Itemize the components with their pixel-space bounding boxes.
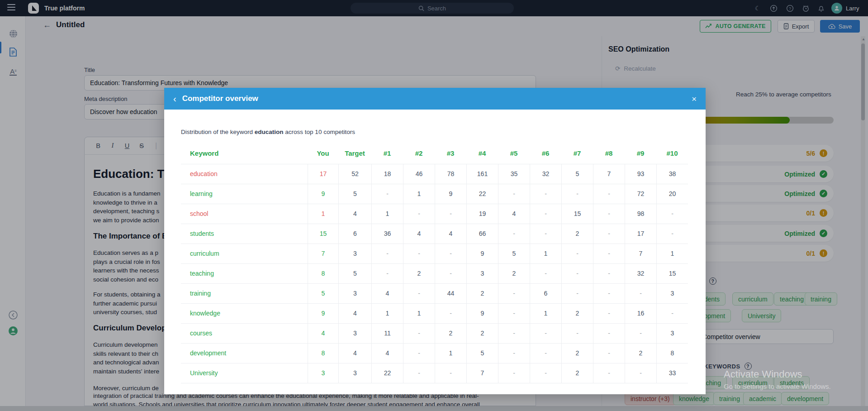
you-cell: 15 (308, 224, 338, 244)
column-header: #8 (593, 143, 625, 164)
you-cell: 7 (308, 244, 338, 263)
column-header: Keyword (181, 143, 308, 164)
table-row[interactable]: education17521846781613532579338 (181, 164, 688, 184)
keyword-cell: knowledge (181, 304, 308, 323)
competitor-cell: - (593, 224, 625, 244)
competitor-cell: 15 (561, 204, 593, 224)
competitor-cell: 1 (530, 244, 561, 263)
competitor-cell: 1 (656, 244, 688, 263)
modal-back-chevron-icon[interactable]: ‹ (173, 94, 176, 103)
you-cell: 17 (308, 164, 338, 184)
competitor-cell: 11 (371, 324, 403, 343)
keyword-cell: teaching (181, 264, 308, 283)
you-cell: 9 (308, 304, 338, 323)
competitor-cell: - (593, 324, 625, 343)
target-cell: 4 (338, 304, 371, 323)
column-header: #5 (498, 143, 530, 164)
competitor-cell: 9 (466, 244, 498, 263)
competitor-cell: - (530, 344, 561, 363)
competitor-cell: 1 (403, 304, 435, 323)
competitor-cell: - (593, 304, 625, 323)
keyword-cell: learning (181, 184, 308, 204)
competitor-cell: 20 (656, 184, 688, 204)
competitor-cell: 19 (466, 204, 498, 224)
column-header: #3 (435, 143, 466, 164)
competitor-cell: - (435, 204, 466, 224)
column-header: #2 (403, 143, 435, 164)
competitor-cell: - (498, 363, 530, 383)
keyword-cell: development (181, 344, 308, 363)
competitor-cell: - (403, 204, 435, 224)
you-cell: 1 (308, 204, 338, 224)
competitor-cell: - (498, 324, 530, 343)
competitor-cell: 18 (371, 164, 403, 184)
competitor-cell: 2 (466, 284, 498, 303)
competitor-cell: - (371, 264, 403, 283)
competitor-cell: - (593, 284, 625, 303)
column-header: #6 (530, 143, 561, 164)
table-row[interactable]: training534-442-6---3 (181, 283, 688, 303)
table-header-row: KeywordYouTarget#1#2#3#4#5#6#7#8#9#10 (181, 143, 688, 164)
competitor-cell: 7 (466, 363, 498, 383)
competitor-cell: 4 (371, 284, 403, 303)
competitor-cell: 9 (466, 304, 498, 323)
table-row[interactable]: knowledge9411-9-12-16- (181, 303, 688, 323)
competitor-cell: 5 (561, 164, 593, 184)
competitor-cell: - (561, 284, 593, 303)
activate-windows-subtext: Go to Settings to activate Windows. (724, 382, 831, 390)
competitor-cell: - (498, 344, 530, 363)
competitor-cell: 78 (435, 164, 466, 184)
competitor-cell: - (403, 284, 435, 303)
competitor-cell: 2 (498, 264, 530, 283)
competitor-cell: 9 (435, 184, 466, 204)
competitor-cell: - (403, 324, 435, 343)
column-header: #9 (625, 143, 656, 164)
target-cell: 4 (338, 344, 371, 363)
table-row[interactable]: development844-15--2-28 (181, 343, 688, 363)
competitor-cell: - (625, 363, 656, 383)
table-row[interactable]: students156364466--2-17- (181, 224, 688, 244)
subtitle-keyword: education (255, 129, 284, 135)
competitor-cell: - (593, 184, 625, 204)
competitor-cell: 32 (625, 264, 656, 283)
competitor-cell: 3 (466, 264, 498, 283)
modal-subtitle: Distribution of the keyword education ac… (181, 129, 355, 135)
target-cell: 3 (338, 324, 371, 343)
competitor-cell: 98 (625, 204, 656, 224)
competitor-cell: 15 (656, 264, 688, 283)
table-row[interactable]: curriculum73---951--71 (181, 244, 688, 263)
competitor-cell: 2 (561, 304, 593, 323)
target-cell: 52 (338, 164, 371, 184)
competitor-cell: - (530, 224, 561, 244)
competitor-cell: 1 (403, 184, 435, 204)
keyword-cell: University (181, 363, 308, 383)
target-cell: 3 (338, 363, 371, 383)
keyword-cell: curriculum (181, 244, 308, 263)
competitor-cell: - (530, 363, 561, 383)
competitor-cell: 32 (530, 164, 561, 184)
target-cell: 5 (338, 184, 371, 204)
competitor-cell: - (593, 264, 625, 283)
competitor-cell: - (530, 204, 561, 224)
column-header: #7 (561, 143, 593, 164)
table-row[interactable]: school141--194-15-98- (181, 204, 688, 224)
competitor-cell: - (530, 184, 561, 204)
competitor-cell: 66 (466, 224, 498, 244)
competitor-cell: 22 (371, 363, 403, 383)
you-cell: 5 (308, 284, 338, 303)
table-row[interactable]: learning95-1922----7220 (181, 184, 688, 204)
competitor-cell: 5 (466, 344, 498, 363)
you-cell: 8 (308, 344, 338, 363)
competitor-cell: - (625, 324, 656, 343)
column-header: You (308, 143, 338, 164)
competitor-cell: - (561, 244, 593, 263)
competitor-cell: 2 (435, 324, 466, 343)
competitor-cell: 1 (435, 344, 466, 363)
competitor-cell: 7 (625, 244, 656, 263)
competitor-cell: 72 (625, 184, 656, 204)
table-row[interactable]: courses4311-22-----3 (181, 323, 688, 343)
table-row[interactable]: teaching85-2-32---3215 (181, 263, 688, 283)
competitor-cell: - (371, 244, 403, 263)
table-row[interactable]: University3322--7--2--33 (181, 363, 688, 383)
modal-close-icon[interactable]: × (692, 94, 697, 104)
